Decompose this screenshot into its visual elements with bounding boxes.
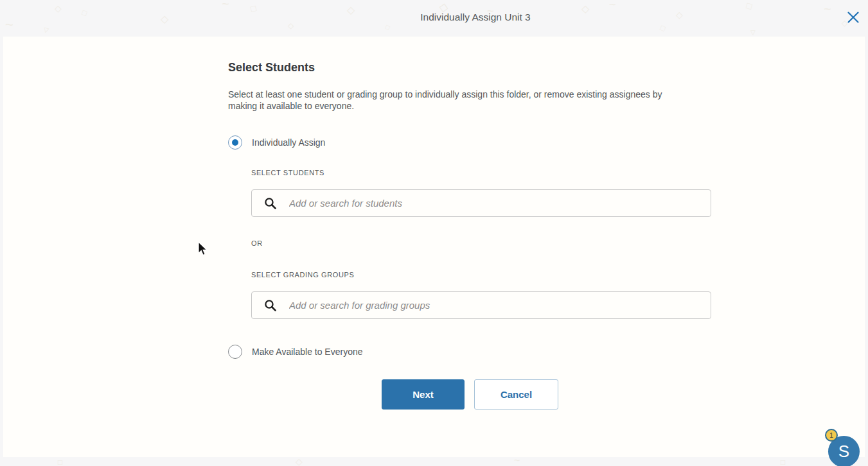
pattern-square-icon: □ [58, 458, 62, 466]
pattern-triangle-icon: ▽ [750, 30, 756, 36]
badge-count: 1 [829, 431, 833, 439]
pattern-diamond-icon: ◇ [581, 4, 589, 14]
avatar-letter: S [838, 442, 849, 462]
pattern-diamond-icon: ◇ [676, 10, 683, 19]
search-icon [252, 197, 289, 210]
pattern-diamond-icon: ◇ [161, 14, 168, 24]
pattern-square-icon: □ [384, 24, 391, 31]
instructions-text: Select at least one student or grading g… [228, 89, 689, 112]
modal-title: Individually Assign Unit 3 [420, 12, 530, 23]
radio-individually-assign[interactable]: Individually Assign [228, 135, 325, 150]
grading-groups-search-input[interactable] [289, 292, 711, 318]
radio-selected-icon[interactable] [228, 135, 242, 150]
pattern-square-icon: □ [781, 458, 785, 466]
search-icon [252, 299, 289, 312]
pattern-diamond-icon: ◇ [55, 4, 62, 13]
pattern-squiggle-icon: ~ [514, 456, 520, 466]
radio-make-available-to-everyone[interactable]: Make Available to Everyone [228, 345, 363, 359]
notification-badge: 1 [825, 429, 838, 442]
radio-label: Individually Assign [252, 137, 325, 148]
pattern-squiggle-icon: ~ [824, 3, 831, 15]
page-title: Select Students [228, 61, 315, 74]
pattern-diamond-icon: ◇ [296, 457, 303, 466]
individually-assign-modal: ~ ◇ ▽ □ ◇ ~ □ ◇ ◇ □ ◇ ~ ◇ ~ □ ◇ □ ▽ ~ ◇ … [0, 0, 868, 466]
radio-label: Make Available to Everyone [252, 347, 363, 357]
pattern-squiggle-icon: ~ [609, 0, 616, 10]
radio-unselected-icon[interactable] [228, 345, 242, 359]
cancel-button[interactable]: Cancel [474, 379, 558, 410]
grading-groups-search-field[interactable] [251, 291, 711, 319]
pattern-diamond-icon: ◇ [347, 5, 355, 15]
pattern-square-icon: □ [745, 1, 753, 11]
close-icon[interactable] [847, 11, 860, 24]
select-students-label: SELECT STUDENTS [251, 169, 324, 177]
arrow-cursor-icon [198, 242, 209, 257]
students-search-input[interactable] [289, 190, 711, 216]
pattern-square-icon: □ [659, 24, 667, 33]
or-label: OR [251, 239, 263, 247]
pattern-squiggle-icon: ~ [222, 0, 229, 10]
pattern-triangle-icon: ▽ [43, 26, 49, 34]
select-grading-groups-label: SELECT GRADING GROUPS [251, 271, 354, 279]
next-button[interactable]: Next [382, 379, 465, 410]
pattern-square-icon: □ [249, 3, 257, 13]
pattern-diamond-icon: ◇ [288, 22, 294, 30]
pattern-square-icon: □ [81, 8, 88, 17]
students-search-field[interactable] [251, 189, 711, 217]
pattern-squiggle-icon: ~ [5, 18, 13, 32]
